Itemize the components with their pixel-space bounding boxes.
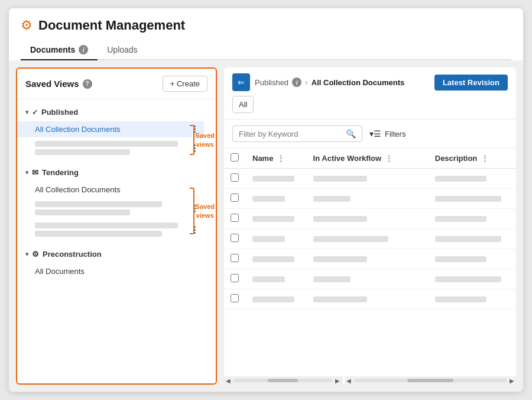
row-checkbox-cell <box>224 209 245 229</box>
row-name-cell <box>245 249 306 269</box>
select-all-checkbox[interactable] <box>231 153 239 162</box>
row-checkbox[interactable] <box>231 234 239 242</box>
row-description-cell <box>428 289 516 309</box>
gear-icon: ⚙ <box>21 18 33 33</box>
row-description-cell <box>428 189 516 209</box>
latest-revision-button[interactable]: Latest Revision <box>434 75 508 91</box>
chevron-down-icon: ▾ <box>25 169 28 176</box>
section-header-published[interactable]: ▾ ✓ Published <box>17 103 216 121</box>
row-checkbox[interactable] <box>231 214 239 222</box>
column-menu-icon[interactable]: ⋮ <box>385 154 393 163</box>
row-name-cell <box>245 169 306 189</box>
dots-menu[interactable] <box>194 144 196 152</box>
row-checkbox[interactable] <box>231 274 239 282</box>
sidebar-item-all-collection-docs-published[interactable]: All Collection Documents <box>17 121 204 137</box>
table-row <box>224 169 516 189</box>
published-items: All Collection Documents <box>17 121 204 159</box>
row-workflow-cell <box>306 209 428 229</box>
column-menu-icon[interactable]: ⋮ <box>481 154 489 163</box>
table-row <box>224 289 516 309</box>
dots-menu[interactable] <box>194 226 196 234</box>
sidebar-item-placeholder-3[interactable] <box>17 219 204 240</box>
row-description-cell <box>428 229 516 249</box>
row-checkbox-cell <box>224 189 245 209</box>
table-row <box>224 209 516 229</box>
preconstruction-icon: ⚙ <box>32 250 39 259</box>
row-workflow-cell <box>306 229 428 249</box>
scroll-right-arrow[interactable]: ▶ <box>333 376 342 385</box>
tendering-items: All Collection Documents <box>17 182 204 240</box>
th-description: Description ⋮ <box>428 149 516 169</box>
sidebar-item-placeholder-1[interactable] <box>17 137 204 159</box>
th-name: Name ⋮ <box>245 149 306 169</box>
back-arrow-icon: ⇐ <box>238 78 245 87</box>
column-menu-icon[interactable]: ⋮ <box>277 154 285 163</box>
back-button[interactable]: ⇐ <box>232 73 250 91</box>
create-button[interactable]: + Create <box>163 76 207 92</box>
breadcrumb-separator: › <box>305 78 308 87</box>
section-label-tendering: Tendering <box>42 168 79 177</box>
main-window: ⚙ Document Management Documents i Upload… <box>9 8 523 392</box>
saved-views-title: Saved Views ? <box>25 79 92 89</box>
row-checkbox-cell <box>224 289 245 309</box>
row-workflow-cell <box>306 169 428 189</box>
tab-documents[interactable]: Documents i <box>21 40 98 60</box>
row-checkbox[interactable] <box>231 294 239 302</box>
section-header-preconstruction[interactable]: ▾ ⚙ Preconstruction <box>17 245 216 263</box>
dots-menu[interactable] <box>194 125 196 133</box>
row-checkbox-cell <box>224 229 245 249</box>
scroll-right-arrow[interactable]: ▶ <box>508 376 516 385</box>
left-panel: Saved Views ? + Create ▾ ✓ Published All… <box>16 67 217 385</box>
search-icon: 🔍 <box>346 129 356 138</box>
scroll-left-arrow[interactable]: ◀ <box>345 376 353 385</box>
sidebar-item-label: All Documents <box>35 267 85 276</box>
page-title: Document Management <box>38 18 185 33</box>
info-icon: i <box>79 45 88 54</box>
documents-table: Name ⋮ In Active Workflow ⋮ <box>224 149 516 309</box>
row-name-cell <box>245 289 306 309</box>
row-name-cell <box>245 209 306 229</box>
row-workflow-cell <box>306 269 428 289</box>
sidebar-item-placeholder-2[interactable] <box>17 198 204 219</box>
row-name-cell <box>245 229 306 249</box>
all-button[interactable]: All <box>232 96 254 113</box>
tab-uploads[interactable]: Uploads <box>98 40 147 60</box>
row-name-cell <box>245 189 306 209</box>
chevron-down-icon: ▾ <box>25 251 28 257</box>
row-checkbox[interactable] <box>231 173 239 182</box>
th-workflow: In Active Workflow ⋮ <box>306 149 428 169</box>
tabs-bar: Documents i Uploads <box>21 40 511 60</box>
row-workflow-cell <box>306 249 428 269</box>
app-title-row: ⚙ Document Management <box>21 18 511 33</box>
section-label-published: Published <box>41 108 78 117</box>
search-input-wrap[interactable]: 🔍 <box>232 125 362 142</box>
scroll-left-arrow[interactable]: ◀ <box>224 376 232 385</box>
table-container: Name ⋮ In Active Workflow ⋮ <box>224 149 516 376</box>
table-row <box>224 249 516 269</box>
envelope-icon: ✉ <box>32 168 38 177</box>
row-checkbox[interactable] <box>231 254 239 262</box>
sidebar-item-label: All Collection Documents <box>35 185 121 194</box>
filter-bar: 🔍 ▾☰ Filters <box>224 120 516 149</box>
section-header-tendering[interactable]: ▾ ✉ Tendering <box>17 163 216 182</box>
info-icon: i <box>292 78 301 87</box>
scrollbar-area: ◀ ▶ ◀ ▶ <box>224 376 516 385</box>
row-description-cell <box>428 209 516 229</box>
search-input[interactable] <box>239 130 341 138</box>
filters-button[interactable]: ▾☰ Filters <box>369 129 406 138</box>
check-icon: ✓ <box>32 108 38 117</box>
row-checkbox-cell <box>224 169 245 189</box>
left-panel-header: Saved Views ? + Create <box>17 69 216 99</box>
row-checkbox[interactable] <box>231 193 239 202</box>
app-header: ⚙ Document Management Documents i Upload… <box>9 8 523 60</box>
sidebar-item-all-collection-docs-tendering[interactable]: All Collection Documents <box>17 182 204 198</box>
dots-menu[interactable] <box>194 205 196 212</box>
breadcrumb-current: All Collection Documents <box>312 78 404 87</box>
help-icon[interactable]: ? <box>83 79 92 89</box>
table-row <box>224 269 516 289</box>
sidebar-item-all-docs-preconstruction[interactable]: All Documents <box>17 263 216 279</box>
row-description-cell <box>428 249 516 269</box>
breadcrumb: Published i › All Collection Documents <box>255 78 404 87</box>
left-panel-body: ▾ ✓ Published All Collection Documents <box>17 99 216 383</box>
table-row <box>224 229 516 249</box>
